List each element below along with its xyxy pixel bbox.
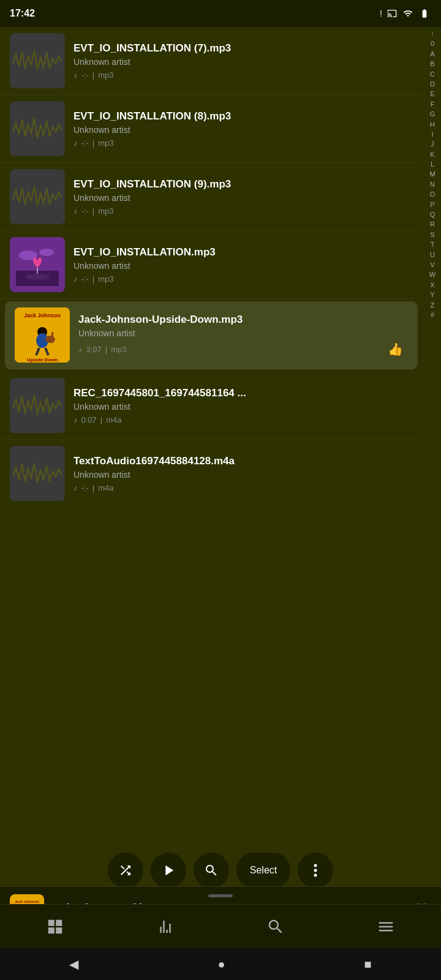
song-info: Jack-Johnson-Upside-Down.mp3 Unknown art…: [70, 314, 408, 356]
song-info: EVT_IO_INSTALLATION (7).mp3 Unknown arti…: [65, 42, 413, 80]
alpha-item-l[interactable]: L: [431, 160, 434, 169]
alpha-item-hash[interactable]: #: [431, 311, 434, 320]
alpha-item-y[interactable]: Y: [430, 290, 434, 300]
waveform-placeholder: [10, 101, 65, 156]
alpha-item-f[interactable]: F: [431, 100, 435, 109]
alpha-item-0[interactable]: 0: [431, 39, 434, 48]
battery-icon: [418, 9, 431, 18]
nav-bar: [0, 904, 441, 948]
music-note-icon: ♪: [74, 206, 78, 216]
song-title: EVT_IO_INSTALLATION.mp3: [74, 246, 413, 258]
music-note-icon: ♪: [74, 483, 78, 492]
song-format: mp3: [111, 345, 126, 354]
song-artist: Unknown artist: [74, 193, 413, 203]
alpha-item-e[interactable]: E: [430, 89, 434, 99]
waveform-placeholder: [10, 378, 65, 433]
song-title: REC_1697445801_169744581164 ...: [74, 387, 413, 399]
wifi-icon: [402, 9, 414, 18]
alpha-item-a[interactable]: A: [430, 50, 434, 59]
list-item[interactable]: EVT_IO_INSTALLATION (7).mp3 Unknown arti…: [0, 27, 423, 95]
alpha-item-up[interactable]: ↑: [431, 29, 434, 39]
nav-item-search[interactable]: [266, 918, 285, 936]
song-format: mp3: [98, 70, 113, 80]
music-note-icon: ♪: [78, 345, 83, 354]
song-title: TextToAudio1697445884128.m4a: [74, 455, 413, 467]
svg-point-18: [314, 874, 317, 877]
alpha-item-m[interactable]: M: [429, 170, 435, 179]
song-title: EVT_IO_INSTALLATION (7).mp3: [74, 42, 413, 55]
svg-rect-12: [51, 332, 53, 343]
status-icons: !: [380, 9, 431, 18]
song-artist: Unknown artist: [74, 125, 413, 135]
shuffle-button[interactable]: [108, 853, 143, 888]
alpha-item-b[interactable]: B: [430, 59, 434, 69]
alpha-item-d[interactable]: D: [430, 80, 435, 89]
song-duration: -:-: [81, 70, 89, 80]
song-format: mp3: [98, 274, 113, 284]
alpha-item-w[interactable]: W: [429, 270, 435, 279]
alpha-item-h[interactable]: H: [430, 120, 435, 129]
song-meta: ♪ 0:07 | m4a: [74, 415, 413, 424]
alpha-item-v[interactable]: V: [430, 260, 434, 270]
alpha-item-i[interactable]: I: [431, 130, 433, 139]
song-separator: |: [92, 138, 94, 148]
song-thumbnail: [10, 237, 65, 292]
home-button[interactable]: ●: [217, 957, 225, 971]
alpha-item-z[interactable]: Z: [431, 301, 435, 310]
cast-icon: [386, 9, 398, 18]
song-artist: Unknown artist: [74, 261, 413, 271]
song-info: EVT_IO_INSTALLATION (8).mp3 Unknown arti…: [65, 110, 413, 148]
list-item[interactable]: TextToAudio1697445884128.m4a Unknown art…: [0, 440, 423, 508]
alpha-item-q[interactable]: Q: [430, 210, 435, 219]
alpha-item-c[interactable]: C: [430, 70, 435, 79]
alpha-item-g[interactable]: G: [430, 110, 435, 119]
music-note-icon: ♪: [74, 138, 78, 148]
alpha-item-u[interactable]: U: [430, 251, 435, 260]
song-thumbnail: [10, 101, 65, 156]
song-artist: Unknown artist: [74, 402, 413, 412]
song-artist: Unknown artist: [74, 470, 413, 480]
song-title: EVT_IO_INSTALLATION (8).mp3: [74, 110, 413, 123]
more-button[interactable]: [298, 853, 333, 888]
waveform-placeholder: [10, 169, 65, 224]
list-item[interactable]: REC_1697445801_169744581164 ... Unknown …: [0, 372, 423, 440]
nav-item-grid[interactable]: [46, 918, 64, 936]
search-button[interactable]: [194, 853, 229, 888]
list-item[interactable]: EVT_IO_INSTALLATION (9).mp3 Unknown arti…: [0, 163, 423, 231]
music-note-icon: ♪: [74, 70, 78, 80]
alpha-index: ↑ 0 A B C D E F G H I J K L M N O P Q R …: [424, 27, 441, 322]
list-item[interactable]: EVT_IO_INSTALLATION (8).mp3 Unknown arti…: [0, 95, 423, 163]
alpha-item-o[interactable]: O: [430, 190, 435, 199]
alpha-item-p[interactable]: P: [430, 200, 434, 209]
music-note-icon: ♪: [74, 274, 78, 284]
song-duration: -:-: [81, 483, 89, 492]
list-item[interactable]: EVT_IO_INSTALLATION.mp3 Unknown artist ♪…: [0, 231, 423, 299]
alpha-item-s[interactable]: S: [430, 230, 434, 239]
alpha-item-n[interactable]: N: [430, 180, 435, 189]
alpha-item-t[interactable]: T: [431, 240, 435, 249]
back-button[interactable]: ◀: [69, 957, 78, 971]
alpha-item-j[interactable]: J: [431, 140, 434, 149]
waveform-placeholder: [10, 33, 65, 88]
select-button[interactable]: Select: [236, 853, 290, 888]
song-meta: ♪ -:- | mp3: [74, 274, 413, 284]
music-note-icon: ♪: [74, 415, 78, 424]
alpha-item-r[interactable]: R: [430, 220, 435, 229]
system-nav: ◀ ● ■: [0, 948, 441, 980]
song-meta: ♪ -:- | mp3: [74, 138, 413, 148]
nav-item-stats[interactable]: [156, 918, 175, 936]
list-item-active[interactable]: Jack Johnson Upside Down Jack-Johnson-: [5, 301, 418, 369]
song-meta: ♪ -:- | mp3: [74, 70, 413, 80]
song-meta: ♪ -:- | m4a: [74, 483, 413, 492]
play-button[interactable]: [151, 853, 186, 888]
recent-button[interactable]: ■: [364, 957, 371, 971]
song-thumbnail: [10, 33, 65, 88]
nav-item-menu[interactable]: [377, 918, 395, 936]
svg-point-16: [314, 864, 317, 867]
song-separator: |: [92, 70, 94, 80]
alpha-item-k[interactable]: K: [430, 150, 434, 159]
alpha-item-x[interactable]: X: [430, 281, 434, 290]
song-more-icon: 👍: [388, 342, 408, 356]
song-separator: |: [105, 345, 107, 354]
song-list: EVT_IO_INSTALLATION (7).mp3 Unknown arti…: [0, 27, 441, 508]
